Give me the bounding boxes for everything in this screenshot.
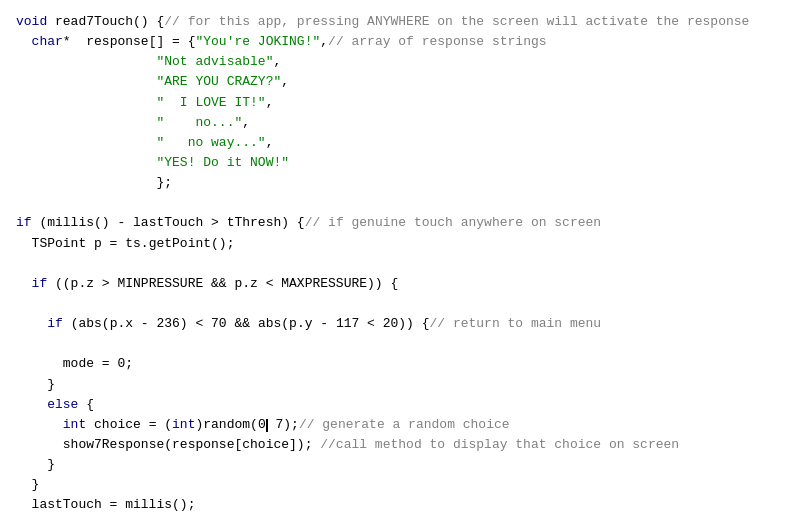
code-line bbox=[16, 254, 784, 274]
code-line: if (millis() - lastTouch > tThresh) {// … bbox=[16, 213, 784, 233]
code-line: show7Response(response[choice]); //call … bbox=[16, 435, 784, 455]
code-line: char* response[] = {"You're JOKING!",// … bbox=[16, 32, 784, 52]
code-line: }; bbox=[16, 173, 784, 193]
code-line: } bbox=[16, 375, 784, 395]
code-line: lastTouch = millis(); bbox=[16, 495, 784, 515]
code-line: int choice = (int)random(0 7);// generat… bbox=[16, 415, 784, 435]
code-line: else { bbox=[16, 395, 784, 415]
code-line: "YES! Do it NOW!" bbox=[16, 153, 784, 173]
code-editor: void read7Touch() {// for this app, pres… bbox=[0, 0, 800, 517]
code-line: " I LOVE IT!", bbox=[16, 93, 784, 113]
code-line bbox=[16, 334, 784, 354]
code-line bbox=[16, 294, 784, 314]
code-line: mode = 0; bbox=[16, 354, 784, 374]
code-line: } bbox=[16, 455, 784, 475]
code-line: if ((p.z > MINPRESSURE && p.z < MAXPRESS… bbox=[16, 274, 784, 294]
code-line: if (abs(p.x - 236) < 70 && abs(p.y - 117… bbox=[16, 314, 784, 334]
code-line: TSPoint p = ts.getPoint(); bbox=[16, 234, 784, 254]
code-line: "Not advisable", bbox=[16, 52, 784, 72]
code-line: " no way...", bbox=[16, 133, 784, 153]
code-line: } bbox=[16, 475, 784, 495]
code-line: " no...", bbox=[16, 113, 784, 133]
code-line bbox=[16, 193, 784, 213]
code-line: void read7Touch() {// for this app, pres… bbox=[16, 12, 784, 32]
code-line: "ARE YOU CRAZY?", bbox=[16, 72, 784, 92]
